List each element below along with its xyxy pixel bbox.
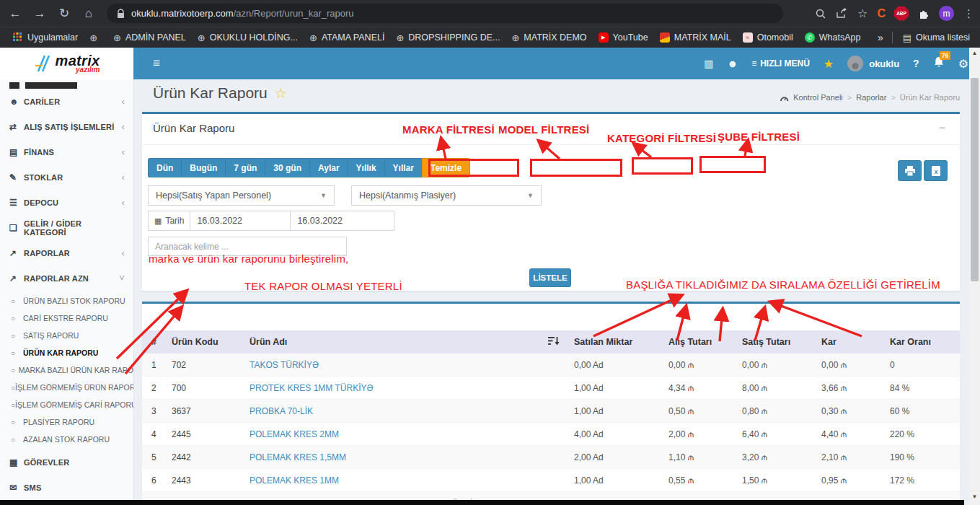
- forward-icon[interactable]: →: [30, 6, 49, 21]
- column-header-satilan-miktar[interactable]: Satılan Miktar: [574, 337, 668, 347]
- sidebar-item-gorevler[interactable]: ▦GÖREVLER: [0, 449, 133, 475]
- submenu-islem-gormemis-cari[interactable]: ○İŞLEM GÖRMEMİŞ CARİ RAPORU: [0, 396, 133, 413]
- sidebar-item-depocu[interactable]: ☰DEPOCU‹: [0, 190, 133, 215]
- sidebar-item-stoklar[interactable]: ✎STOKLAR‹: [0, 164, 133, 190]
- bookmark-admin-panel[interactable]: ⊕ADMİN PANEL: [107, 30, 192, 45]
- bookmark-unnamed[interactable]: ⊕: [84, 31, 107, 45]
- scrollbar-up-arrow[interactable]: ▲: [969, 48, 980, 58]
- submenu-label: İŞLEM GÖRMEMİŞ ÜRÜN RAPOR: [15, 383, 134, 392]
- product-link[interactable]: POLEMAK KRES 1,5MM: [250, 452, 548, 462]
- product-link[interactable]: PROBKA 70-LİK: [250, 406, 548, 416]
- adblock-extension-icon[interactable]: ABP: [894, 6, 909, 21]
- breadcrumb-kontrol-paneli[interactable]: Kontrol Paneli: [793, 93, 843, 102]
- bookmark-matrix-demo[interactable]: ⊕MATRİX DEMO: [506, 30, 592, 45]
- submenu-urun-bazli-stok[interactable]: ○ÜRÜN BAZLI STOK RAPORU: [0, 292, 133, 309]
- sidebar-item-finans[interactable]: ▤FİNANS‹: [0, 139, 133, 164]
- bookmark-otomobil[interactable]: ≈Otomobil: [737, 30, 799, 45]
- submenu-label: CARİ EKSTRE RAPORU: [23, 314, 108, 322]
- excel-export-button[interactable]: x: [924, 160, 948, 181]
- user-menu[interactable]: ☻ okuklu: [847, 56, 899, 71]
- reading-list-button[interactable]: ▤Okuma listesi: [897, 30, 976, 45]
- product-link[interactable]: POLEMAK KRES 1MM: [250, 475, 548, 486]
- favorite-outline-star-icon[interactable]: ☆: [275, 85, 287, 102]
- sidebar-item-label: GÖREVLER: [24, 458, 69, 467]
- bookmark-label: WhatsApp: [819, 32, 861, 43]
- submenu-plasiyer-raporu[interactable]: ○PLASİYER RAPORU: [0, 413, 133, 431]
- column-header-kar-orani[interactable]: Kar Oranı: [890, 337, 960, 347]
- date-to-input[interactable]: [290, 211, 394, 230]
- bookmark-youtube[interactable]: ▶YouTube: [593, 30, 654, 45]
- personnel-select[interactable]: Hepsi(Satış Yapan Personel)▼: [148, 185, 335, 206]
- clear-button[interactable]: Temizle: [422, 158, 470, 177]
- bookmark-atama-paneli[interactable]: ⊕ATAMA PANELİ: [304, 30, 390, 45]
- bookmark-dropshipping[interactable]: ⊕DROPSHIPPING DE...: [390, 30, 506, 45]
- plasiyer-select[interactable]: Hepsi(Atanmış Plasiyer)▼: [351, 185, 542, 206]
- sidebar-item-raporlar-azn[interactable]: ↗RAPORLAR AZN˅: [0, 265, 133, 291]
- quick-menu-button[interactable]: ≡HIZLI MENÜ: [751, 58, 810, 69]
- sidebar-item-gelir-gider[interactable]: ❏GELİR / GİDER KATEGORİ: [0, 215, 133, 240]
- submenu-azalan-stok[interactable]: ○AZALAN STOK RAPORU: [0, 431, 133, 448]
- submenu-cari-ekstre[interactable]: ○CARİ EKSTRE RAPORU: [0, 309, 133, 327]
- sidebar-item-clipped[interactable]: [0, 79, 133, 89]
- product-link[interactable]: TAKOS TÜRKİYƏ: [250, 360, 548, 370]
- column-header-satis-tutari[interactable]: Satış Tutarı: [742, 337, 821, 347]
- extensions-puzzle-icon[interactable]: [918, 8, 930, 19]
- range-7gun-button[interactable]: 7 gün: [225, 158, 265, 177]
- user-icon[interactable]: ☻: [727, 58, 738, 69]
- bookmark-matrix-mail[interactable]: MATRİX MAİL: [654, 30, 737, 45]
- sidebar-item-raporlar[interactable]: ↗RAPORLAR‹: [0, 240, 133, 265]
- product-link[interactable]: POLEMAK KRES 2MM: [250, 429, 548, 439]
- list-button[interactable]: LİSTELE: [529, 268, 571, 287]
- reload-icon[interactable]: ↻: [55, 6, 74, 21]
- search-input[interactable]: [148, 237, 347, 256]
- breadcrumb-raporlar[interactable]: Raporlar: [856, 93, 886, 102]
- range-yillik-button[interactable]: Yıllık: [348, 158, 384, 177]
- favorite-star-icon[interactable]: ★: [824, 57, 834, 71]
- cell-buy: 2,00 ₼: [668, 429, 742, 439]
- help-button[interactable]: ?: [913, 58, 919, 69]
- sort-icon[interactable]: [548, 336, 574, 348]
- app-logo[interactable]: matrix yazılım: [0, 48, 133, 79]
- range-bugun-button[interactable]: Bugün: [181, 158, 225, 177]
- url-bar[interactable]: okuklu.matrixotoerp.com/azn/Report/urun_…: [107, 4, 783, 23]
- print-button[interactable]: [898, 160, 922, 181]
- settings-gears-icon[interactable]: ⚙: [958, 57, 968, 71]
- range-30gun-button[interactable]: 30 gün: [265, 158, 309, 177]
- column-header-alis-tutari[interactable]: Alış Tutarı: [668, 337, 742, 347]
- scrollbar-thumb[interactable]: [971, 78, 979, 281]
- range-dun-button[interactable]: Dün: [148, 158, 181, 177]
- bookmarks-overflow-chevron[interactable]: »: [873, 32, 888, 43]
- notifications-button[interactable]: 76: [933, 56, 945, 71]
- column-header-kar[interactable]: Kar: [821, 337, 890, 347]
- submenu-satis-raporu[interactable]: ○SATIŞ RAPORU: [0, 327, 133, 344]
- collapse-minus-icon[interactable]: −: [939, 121, 945, 133]
- submenu-urun-kar-raporu[interactable]: ○ÜRÜN KAR RAPORU: [0, 344, 133, 361]
- browser-profile-avatar[interactable]: m: [939, 6, 954, 21]
- zoom-search-icon[interactable]: [815, 8, 826, 19]
- columns-icon[interactable]: ▥: [704, 58, 713, 69]
- sidebar-toggle-hamburger-icon[interactable]: ≡: [142, 48, 171, 79]
- home-icon[interactable]: ⌂: [79, 6, 98, 21]
- column-header-urun-adi[interactable]: Ürün Adı: [250, 337, 548, 347]
- sidebar-item-cariler[interactable]: ☻CARİLER‹: [0, 89, 133, 114]
- bookmark-whatsapp[interactable]: ✆WhatsApp: [799, 30, 867, 45]
- bookmark-apps[interactable]: Uygulamalar: [7, 30, 84, 45]
- column-header-no[interactable]: #: [151, 337, 172, 347]
- kebab-menu-icon[interactable]: ⋮: [963, 7, 974, 20]
- column-header-urun-kodu[interactable]: Ürün Kodu: [172, 337, 250, 347]
- range-yillar-button[interactable]: Yıllar: [384, 158, 422, 177]
- submenu-islem-gormemis-urun[interactable]: ○İŞLEM GÖRMEMİŞ ÜRÜN RAPOR: [0, 379, 133, 396]
- product-link[interactable]: PROTEK KRES 1MM TÜRKİYƏ: [250, 383, 548, 393]
- table-row: 33637PROBKA 70-LİK1,00 Ad0,50 ₼0,80 ₼0,3…: [142, 400, 960, 423]
- share-icon[interactable]: [836, 8, 848, 19]
- submenu-marka-bazli-urun-kar[interactable]: ○MARKA BAZLI ÜRÜN KAR RAPO: [0, 361, 133, 379]
- date-from-input[interactable]: [190, 211, 290, 230]
- bookmark-okuklu-holding[interactable]: ⊕OKUKLU HOLDİNG...: [192, 30, 304, 45]
- back-icon[interactable]: ←: [6, 6, 25, 21]
- scrollbar-down-arrow[interactable]: ▼: [969, 491, 980, 501]
- bookmark-star-icon[interactable]: ☆: [857, 6, 868, 20]
- sidebar-item-alis-satis[interactable]: ⇄ALIŞ SATIŞ İŞLEMLERİ‹: [0, 114, 133, 139]
- colorzilla-extension-icon[interactable]: C: [877, 7, 885, 20]
- range-aylar-button[interactable]: Aylar: [309, 158, 348, 177]
- sidebar-item-sms[interactable]: ✉SMS: [0, 475, 133, 500]
